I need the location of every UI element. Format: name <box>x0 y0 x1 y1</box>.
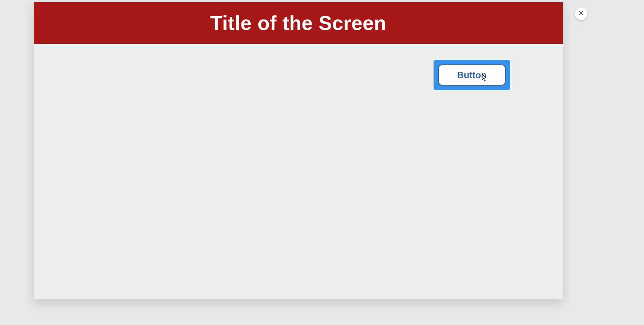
action-button[interactable]: Button <box>438 64 506 86</box>
close-button[interactable] <box>575 8 587 20</box>
close-icon <box>578 10 584 17</box>
action-button-label: Button <box>457 70 486 81</box>
dialog-container: Title of the Screen Button <box>34 2 563 299</box>
page-title: Title of the Screen <box>210 12 386 35</box>
button-highlight-frame: Button <box>434 60 510 90</box>
dialog-content: Button <box>34 44 563 299</box>
dialog-header: Title of the Screen <box>34 2 563 44</box>
